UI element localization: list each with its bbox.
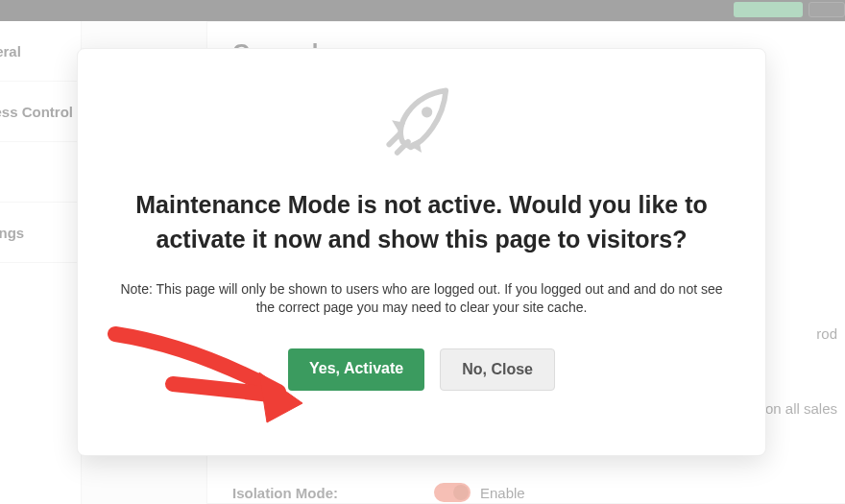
rocket-icon bbox=[378, 80, 465, 166]
activate-maintenance-modal: Maintenance Mode is not active. Would yo… bbox=[77, 48, 766, 456]
modal-heading: Maintenance Mode is not active. Would yo… bbox=[118, 187, 725, 257]
modal-heading-line: Maintenance Mode is not active. Would yo… bbox=[135, 191, 707, 218]
modal-note: Note: This page will only be shown to us… bbox=[114, 280, 729, 318]
modal-button-row: Yes, Activate No, Close bbox=[101, 348, 742, 391]
no-close-button[interactable]: No, Close bbox=[440, 348, 555, 391]
modal-heading-line: activate it now and show this page to vi… bbox=[157, 226, 688, 252]
svg-point-0 bbox=[422, 107, 432, 117]
yes-activate-button[interactable]: Yes, Activate bbox=[288, 348, 424, 391]
